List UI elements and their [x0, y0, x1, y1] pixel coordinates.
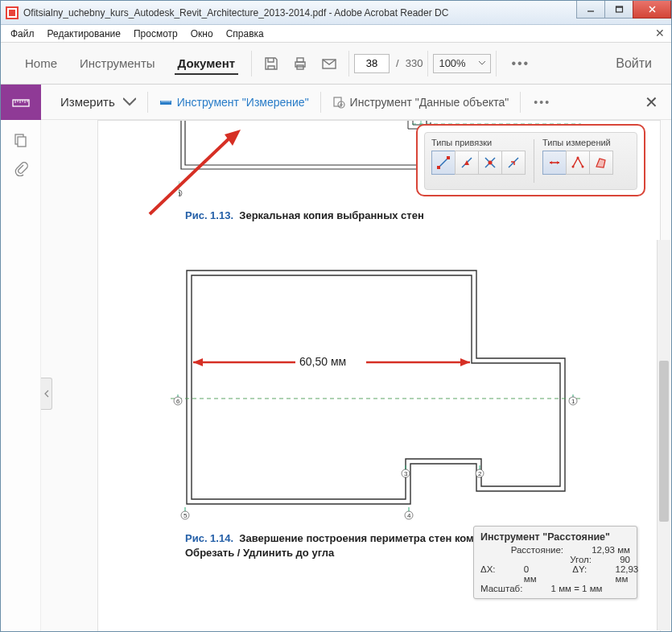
svg-text:4: 4 [407, 512, 411, 519]
chevron-down-icon [123, 96, 136, 109]
measure-label: Измерить [60, 95, 115, 109]
page-number-input[interactable] [354, 54, 390, 73]
login-button[interactable]: Войти [609, 56, 658, 71]
measure-types-label: Типы измерений [542, 138, 613, 147]
menu-window[interactable]: Окно [184, 27, 220, 41]
snap-endpoint-button[interactable] [431, 151, 456, 175]
document-close-icon[interactable]: ✕ [655, 27, 665, 39]
tool-measure-label: Инструмент "Измерение" [177, 96, 309, 109]
svg-text:60,50 мм: 60,50 мм [299, 355, 346, 368]
svg-point-59 [572, 166, 575, 168]
figure-1-13-caption: Рис. 1.13. Зеркальная копия выбранных ст… [185, 209, 424, 221]
snap-intersection-button[interactable] [478, 151, 502, 175]
minimize-button[interactable] [576, 1, 605, 19]
snap-midpoint-button[interactable] [455, 151, 479, 175]
tab-document[interactable]: Документ [167, 45, 247, 81]
measure-distance-button[interactable] [542, 151, 567, 175]
print-icon[interactable] [286, 49, 315, 78]
tooltip-title: Инструмент "Расстояние" [480, 531, 630, 543]
close-button[interactable] [633, 1, 671, 19]
tab-tools[interactable]: Инструменты [68, 45, 167, 81]
measure-perimeter-button[interactable] [566, 151, 590, 175]
distance-tooltip: Инструмент "Расстояние" Расстояние: 12,9… [473, 526, 637, 599]
object-data-icon [332, 96, 345, 109]
tool-object-data-button[interactable]: Инструмент "Данные объекта" [324, 90, 517, 114]
zoom-value: 100% [439, 57, 465, 69]
svg-marker-21 [460, 358, 470, 366]
more-tools-button[interactable]: ••• [501, 56, 539, 71]
thumbnails-icon[interactable] [14, 133, 28, 147]
svg-marker-58 [557, 161, 559, 164]
page-view[interactable]: 5 3 Рис. 1.13. Зеркальная копия выбранны… [41, 120, 671, 631]
navigation-pane [1, 120, 41, 631]
figure-1-14-drawing: 60,50 мм 6 1 3 2 5 4 [171, 266, 581, 523]
app-icon [6, 6, 19, 19]
svg-text:6: 6 [176, 398, 180, 405]
svg-rect-48 [437, 166, 440, 169]
tool-measure-button[interactable]: Инструмент "Измерение" [151, 90, 317, 114]
attachments-icon[interactable] [14, 162, 28, 176]
main-toolbar: Home Инструменты Документ / 330 100% •••… [1, 43, 671, 85]
svg-marker-57 [550, 161, 552, 164]
menu-help[interactable]: Справка [220, 27, 270, 41]
measure-panel-icon[interactable] [1, 85, 41, 120]
svg-text:1: 1 [571, 398, 575, 405]
scrollbar-thumb[interactable] [659, 361, 669, 522]
svg-line-55 [509, 158, 518, 167]
snap-perpendicular-button[interactable] [501, 151, 526, 175]
page-navigation: / 330 [354, 54, 423, 73]
figure-1-14-caption: Рис. 1.14. Завершение построения перимет… [185, 531, 507, 560]
figure-1-13-drawing: 5 3 [179, 121, 444, 201]
save-icon[interactable] [257, 49, 286, 78]
chevron-down-icon [479, 61, 485, 65]
svg-text:3: 3 [404, 470, 408, 477]
svg-point-60 [577, 157, 579, 159]
svg-rect-4 [297, 58, 303, 62]
svg-marker-20 [193, 358, 203, 366]
svg-point-61 [582, 166, 584, 168]
more-measure-tools[interactable]: ••• [524, 96, 560, 109]
menu-edit[interactable]: Редактирование [41, 27, 127, 41]
snap-types-popup: Типы привязки Типы измерений [416, 124, 645, 196]
page-total: 330 [406, 57, 423, 69]
tool-object-data-label: Инструмент "Данные объекта" [350, 96, 509, 109]
tab-home[interactable]: Home [14, 45, 68, 81]
zoom-select[interactable]: 100% [433, 54, 491, 73]
collapse-sidebar-handle[interactable] [41, 378, 52, 410]
measure-dropdown[interactable]: Измерить [52, 90, 144, 114]
menu-view[interactable]: Просмотр [127, 27, 184, 41]
email-icon[interactable] [315, 49, 344, 78]
titlebar: Ofitsialny_uchebny_kurs_Autodesk_Revit_A… [1, 1, 671, 25]
svg-rect-12 [18, 137, 26, 147]
snap-types-label: Типы привязки [431, 138, 526, 147]
svg-text:2: 2 [478, 470, 482, 477]
measure-toolbar: Измерить Инструмент "Измерение" Инструме… [1, 85, 671, 120]
menu-file[interactable]: Файл [4, 27, 41, 41]
close-measure-toolbar[interactable]: ✕ [645, 93, 658, 112]
window-title: Ofitsialny_uchebny_kurs_Autodesk_Revit_A… [23, 7, 577, 19]
svg-text:5: 5 [183, 512, 188, 519]
measure-area-button[interactable] [589, 151, 613, 175]
page-sep: / [396, 57, 399, 69]
ruler-icon [159, 96, 172, 109]
svg-rect-49 [447, 156, 450, 159]
vertical-scrollbar[interactable] [657, 240, 670, 630]
svg-point-54 [489, 161, 493, 165]
maximize-button[interactable] [604, 1, 633, 19]
menubar: Файл Редактирование Просмотр Окно Справк… [1, 25, 671, 43]
